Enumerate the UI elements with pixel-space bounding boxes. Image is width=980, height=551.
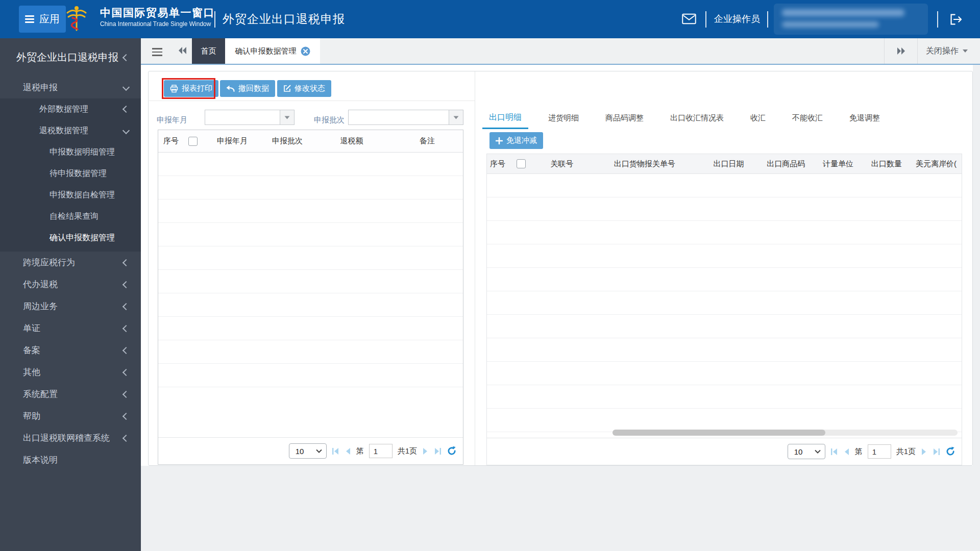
sidebar-item-label: 周边业务 — [23, 300, 58, 312]
select-all-checkbox[interactable] — [188, 137, 198, 146]
table-row — [487, 338, 962, 362]
table-header-row: 序号 申报年月 申报批次 退税额 备注 — [158, 130, 463, 153]
table-row — [158, 176, 463, 199]
withdraw-data-button[interactable]: 撤回数据 — [220, 80, 275, 97]
first-page-icon[interactable] — [830, 448, 839, 456]
horizontal-scrollbar-thumb[interactable] — [612, 430, 825, 436]
sidebar-item-help[interactable]: 帮助 — [0, 405, 141, 427]
chevron-left-icon — [122, 346, 130, 354]
tabs-scroll-right-icon[interactable] — [884, 38, 917, 64]
horizontal-scrollbar[interactable] — [612, 430, 958, 436]
refresh-icon[interactable] — [945, 446, 955, 457]
user-role-label: 企业操作员 — [714, 13, 760, 25]
sidebar-item-root[interactable]: 外贸企业出口退税申报 — [0, 38, 141, 77]
refresh-icon[interactable] — [447, 446, 457, 456]
modify-status-button[interactable]: 修改状态 — [277, 80, 331, 97]
hamburger-icon — [25, 14, 34, 25]
sidebar-item-tax-refund-declare[interactable]: 退税申报 — [0, 77, 141, 98]
undo-icon — [226, 85, 235, 92]
sidebar-item-system-config[interactable]: 系统配置 — [0, 383, 141, 405]
table-row — [158, 153, 463, 176]
tab-list-menu-icon[interactable] — [152, 46, 162, 58]
page-number-input[interactable] — [369, 444, 393, 458]
tab-forex-not-received[interactable]: 不能收汇 — [786, 113, 829, 129]
page-size-value: 10 — [788, 447, 815, 456]
chevron-left-icon — [122, 303, 130, 310]
page-number-input[interactable] — [868, 444, 891, 459]
chevron-left-icon — [122, 324, 130, 332]
sidebar-item-refund-data-mgmt[interactable]: 退税数据管理 — [0, 120, 141, 141]
table-header-row: 序号 关联号 出口货物报关单号 出口日期 出口商品码 计量单位 出口数量 美元离… — [487, 154, 962, 174]
declare-year-month-input[interactable] — [205, 110, 280, 124]
table-row — [487, 291, 962, 315]
chevron-left-icon — [122, 259, 130, 266]
panel-divider — [475, 71, 475, 465]
col-relation-no: 关联号 — [534, 159, 590, 169]
tab-exempt-refund-adjust[interactable]: 免退调整 — [843, 113, 887, 129]
logout-icon[interactable] — [948, 13, 964, 28]
first-page-icon[interactable] — [332, 447, 340, 455]
tab-commodity-code-adjust[interactable]: 商品码调整 — [599, 113, 650, 129]
sidebar-item-pending-declare-mgmt[interactable]: 待申报数据管理 — [0, 163, 141, 184]
content-area: 报表打印 撤回数据 修改状态 — [141, 65, 980, 551]
chevron-left-icon — [122, 390, 130, 397]
sidebar-item-external-data[interactable]: 外部数据管理 — [0, 98, 141, 120]
header-separator — [705, 11, 706, 28]
prev-page-icon[interactable] — [844, 448, 850, 456]
declare-year-month-combobox[interactable] — [205, 110, 295, 125]
button-label: 修改状态 — [295, 84, 325, 93]
sidebar-item-documents[interactable]: 单证 — [0, 317, 141, 339]
tab-export-detail[interactable]: 出口明细 — [482, 112, 528, 129]
tab-close-icon[interactable] — [301, 46, 310, 56]
close-operations-dropdown[interactable]: 关闭操作 — [917, 38, 980, 64]
combo-dropdown-icon[interactable] — [280, 110, 294, 124]
button-label: 撤回数据 — [238, 84, 269, 93]
sidebar-item-other[interactable]: 其他 — [0, 361, 141, 383]
combo-dropdown-icon[interactable] — [449, 110, 463, 124]
tab-purchase-detail[interactable]: 进货明细 — [542, 113, 585, 129]
sidebar-item-crossborder-tax[interactable]: 跨境应税行为 — [0, 252, 141, 273]
sidebar-item-declare-detail-mgmt[interactable]: 申报数据明细管理 — [0, 141, 141, 163]
tab-forex-received[interactable]: 收汇 — [744, 113, 772, 129]
exempt-refund-offset-button[interactable]: 免退冲减 — [489, 132, 543, 149]
print-report-button[interactable]: 报表打印 — [164, 80, 218, 97]
app-menu-button[interactable]: 应用 — [19, 6, 66, 33]
sidebar-item-label: 待申报数据管理 — [50, 168, 107, 179]
declare-year-month-label: 申报年月 — [157, 112, 187, 128]
declare-batch-combobox[interactable] — [348, 110, 463, 125]
table-row — [158, 246, 463, 270]
sidebar-item-self-check-result[interactable]: 自检结果查询 — [0, 206, 141, 227]
sidebar-item-online-audit-system[interactable]: 出口退税联网稽查系统 — [0, 427, 141, 449]
tabs-scroll-left-icon[interactable] — [178, 46, 188, 57]
last-page-icon[interactable] — [433, 447, 442, 455]
sidebar-item-self-check-mgmt[interactable]: 申报数据自检管理 — [0, 184, 141, 206]
next-page-icon[interactable] — [422, 447, 428, 455]
mail-icon[interactable] — [682, 13, 696, 27]
page-size-select[interactable]: 10 — [289, 443, 327, 459]
page-size-select[interactable]: 10 — [788, 444, 825, 459]
table-row — [487, 409, 962, 432]
close-operations-label: 关闭操作 — [926, 46, 959, 57]
declare-batch-label: 申报批次 — [314, 112, 345, 128]
declare-batch-input[interactable] — [349, 110, 449, 124]
sidebar-item-label: 备案 — [23, 344, 40, 356]
tab-home[interactable]: 首页 — [192, 38, 225, 64]
sidebar-item-confirm-declare-mgmt[interactable]: 确认申报数据管理 — [0, 227, 141, 248]
select-all-checkbox[interactable] — [517, 159, 526, 168]
chevron-left-icon — [122, 54, 130, 61]
prev-page-icon[interactable] — [345, 447, 351, 455]
last-page-icon[interactable] — [932, 448, 940, 456]
detail-tabs: 出口明细 进货明细 商品码调整 出口收汇情况表 收汇 不能收汇 免退调整 — [482, 108, 900, 129]
sidebar-item-peripheral-business[interactable]: 周边业务 — [0, 295, 141, 317]
sidebar-item-agent-refund[interactable]: 代办退税 — [0, 273, 141, 295]
app-button-label: 应用 — [39, 12, 60, 26]
sidebar-item-filing[interactable]: 备案 — [0, 339, 141, 361]
left-table-pagination: 10 第 共1页 — [158, 437, 463, 464]
table-row — [487, 362, 962, 385]
top-header: 应用 中国国际贸易单一窗口 China International Trade … — [0, 0, 980, 38]
table-row — [158, 317, 463, 340]
sidebar-item-version-notes[interactable]: 版本说明 — [0, 449, 141, 471]
tab-confirm-declare-data[interactable]: 确认申报数据管理 — [225, 38, 320, 64]
tab-export-forex-report[interactable]: 出口收汇情况表 — [664, 113, 730, 129]
next-page-icon[interactable] — [921, 448, 927, 456]
